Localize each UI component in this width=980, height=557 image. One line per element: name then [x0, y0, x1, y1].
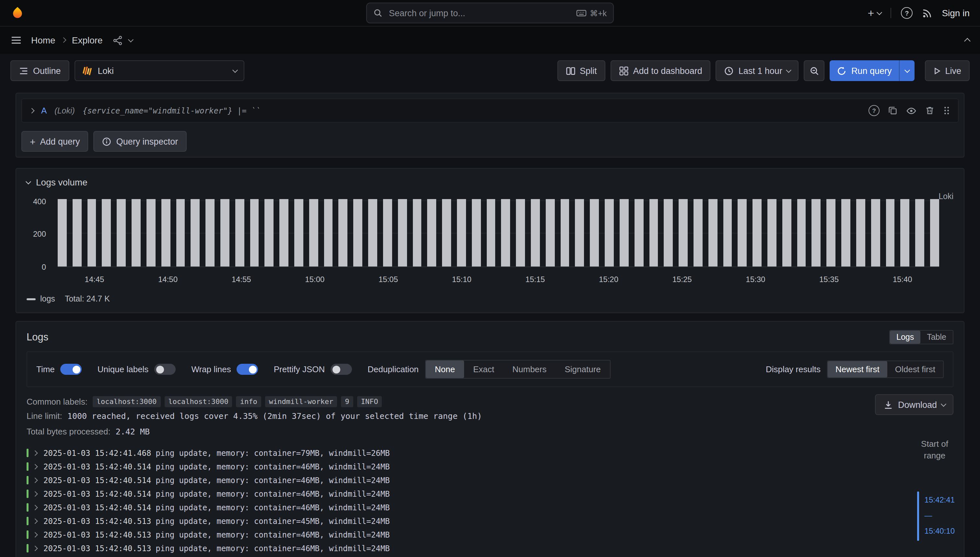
log-row[interactable]: 2025-01-03 15:42:40.513ping update, memo…	[26, 528, 895, 541]
volume-bar[interactable]	[841, 199, 850, 267]
volume-bar[interactable]	[782, 199, 791, 267]
volume-bar[interactable]	[871, 199, 880, 267]
volume-bar[interactable]	[146, 199, 156, 267]
volume-bar[interactable]	[886, 199, 895, 267]
dedup-option-exact[interactable]: Exact	[464, 360, 503, 378]
breadcrumb-explore[interactable]: Explore	[72, 35, 103, 46]
split-button[interactable]: Split	[557, 60, 605, 81]
run-query-button[interactable]: Run query	[830, 60, 915, 81]
view-option-logs[interactable]: Logs	[890, 331, 920, 344]
volume-bar[interactable]	[620, 199, 629, 267]
live-button[interactable]: Live	[925, 60, 970, 81]
volume-bar[interactable]	[723, 199, 732, 267]
volume-bar[interactable]	[900, 199, 910, 267]
query-ref-id[interactable]: A	[41, 106, 47, 116]
volume-bar[interactable]	[590, 199, 599, 267]
volume-bar[interactable]	[383, 199, 392, 267]
help-icon[interactable]: ?	[901, 7, 913, 19]
breadcrumb-actions-chevron-icon[interactable]	[128, 37, 133, 42]
volume-bar[interactable]	[827, 199, 836, 267]
query-help-icon[interactable]: ?	[868, 105, 879, 116]
toggle-switch[interactable]	[154, 364, 176, 375]
volume-bar[interactable]	[694, 199, 702, 267]
volume-bar[interactable]	[117, 199, 126, 267]
global-search[interactable]: ⌘+k	[366, 3, 614, 23]
volume-bar[interactable]	[398, 199, 407, 267]
toggle-switch[interactable]	[237, 364, 258, 375]
expand-log-icon[interactable]	[33, 479, 39, 482]
volume-bar[interactable]	[738, 199, 747, 267]
volume-bar[interactable]	[709, 199, 717, 267]
search-input[interactable]	[388, 7, 571, 18]
volume-bar[interactable]	[679, 199, 688, 267]
volume-bar[interactable]	[176, 199, 185, 267]
log-row[interactable]: 2025-01-03 15:42:40.514ping update, memo…	[26, 487, 895, 501]
datasource-picker[interactable]: Loki	[75, 60, 244, 81]
query-inspector-button[interactable]: Query inspector	[94, 131, 187, 152]
volume-bar[interactable]	[205, 199, 215, 267]
volume-bar[interactable]	[605, 199, 614, 267]
expand-log-icon[interactable]	[33, 520, 39, 523]
volume-bar[interactable]	[161, 199, 170, 267]
volume-bar[interactable]	[531, 199, 540, 267]
volume-bar[interactable]	[797, 199, 806, 267]
time-range-picker[interactable]: Last 1 hour	[716, 60, 799, 81]
new-menu-button[interactable]: +	[868, 7, 881, 18]
log-row[interactable]: 2025-01-03 15:42:40.514ping update, memo…	[26, 501, 895, 514]
log-row[interactable]: 2025-01-03 15:42:40.513ping update, memo…	[26, 555, 895, 557]
expand-log-icon[interactable]	[33, 465, 39, 469]
order-option-oldest-first[interactable]: Oldest first	[887, 361, 943, 377]
volume-bar[interactable]	[427, 199, 437, 267]
expand-log-icon[interactable]	[33, 547, 39, 550]
volume-bar[interactable]	[501, 199, 510, 267]
toggle-switch[interactable]	[60, 364, 82, 375]
volume-bar[interactable]	[354, 199, 362, 267]
news-icon[interactable]	[922, 8, 932, 18]
zoom-out-button[interactable]	[804, 60, 825, 81]
volume-bar[interactable]	[560, 199, 569, 267]
trash-icon[interactable]	[925, 106, 934, 116]
logs-volume-plot[interactable]	[58, 199, 939, 267]
volume-bar[interactable]	[235, 199, 244, 267]
volume-bar[interactable]	[442, 199, 451, 267]
run-query-dropdown[interactable]	[899, 60, 915, 81]
dedup-option-numbers[interactable]: Numbers	[503, 360, 556, 378]
log-row[interactable]: 2025-01-03 15:42:40.513ping update, memo…	[26, 541, 895, 555]
logs-volume-header[interactable]: Logs volume	[26, 174, 954, 191]
volume-bar[interactable]	[856, 199, 865, 267]
volume-bar[interactable]	[309, 199, 318, 267]
volume-bar[interactable]	[413, 199, 422, 267]
volume-bar[interactable]	[634, 199, 643, 267]
log-nav-range[interactable]: 15:42:41 — 15:40:10	[917, 492, 955, 541]
outline-button[interactable]: Outline	[10, 60, 69, 81]
query-expression[interactable]: {service_name="windmill-worker"} |= ``	[83, 106, 260, 115]
dedup-option-signature[interactable]: Signature	[556, 360, 610, 378]
volume-bar[interactable]	[516, 199, 525, 267]
copy-icon[interactable]	[888, 106, 898, 116]
download-button[interactable]: Download	[875, 394, 954, 415]
volume-bar[interactable]	[930, 199, 939, 267]
volume-bar[interactable]	[752, 199, 762, 267]
volume-bar[interactable]	[575, 199, 584, 267]
collapse-chrome-icon[interactable]	[964, 38, 970, 44]
volume-bar[interactable]	[87, 199, 96, 267]
collapse-query-icon[interactable]	[30, 109, 33, 112]
add-to-dashboard-button[interactable]: Add to dashboard	[611, 60, 711, 81]
log-row[interactable]: 2025-01-03 15:42:40.514ping update, memo…	[26, 473, 895, 487]
volume-bar[interactable]	[73, 199, 82, 267]
menu-toggle-icon[interactable]	[10, 34, 22, 46]
volume-bar[interactable]	[486, 199, 496, 267]
drag-handle-icon[interactable]	[943, 106, 950, 116]
volume-bar[interactable]	[546, 199, 555, 267]
view-option-table[interactable]: Table	[920, 331, 953, 344]
expand-log-icon[interactable]	[33, 506, 39, 509]
add-query-button[interactable]: + Add query	[21, 131, 88, 152]
expand-log-icon[interactable]	[33, 451, 39, 455]
volume-bar[interactable]	[649, 199, 658, 267]
volume-bar[interactable]	[368, 199, 377, 267]
order-option-newest-first[interactable]: Newest first	[828, 361, 887, 377]
dedup-option-none[interactable]: None	[426, 360, 464, 378]
volume-bar[interactable]	[280, 199, 288, 267]
volume-bar[interactable]	[915, 199, 924, 267]
volume-bar[interactable]	[102, 199, 111, 267]
